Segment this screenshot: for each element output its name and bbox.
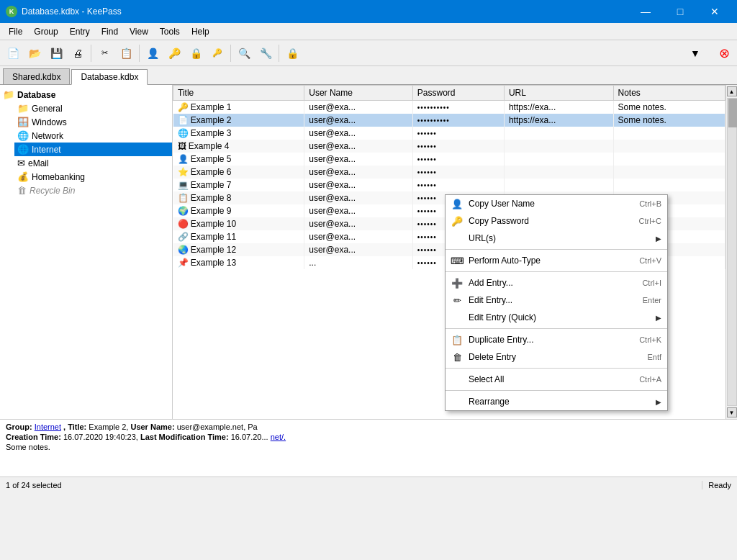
info-modification-value: 16.07.20... (231, 433, 268, 441)
col-url[interactable]: URL (504, 86, 613, 101)
menu-tools[interactable]: Tools (154, 24, 186, 40)
sidebar: 📁 Database 📁 General 🪟 Windows 🌐 Network… (0, 85, 173, 419)
context-menu-item[interactable]: ✏ Edit Entry... Enter (446, 292, 667, 309)
info-group-value[interactable]: Internet (35, 423, 61, 431)
sidebar-recycle-label: Recycle Bin (30, 186, 75, 196)
entry-title: 👤 Example 5 (173, 153, 304, 166)
status-ready: Ready (702, 481, 731, 489)
entry-title: 🔴 Example 10 (173, 217, 304, 230)
ctx-item-icon: ⌨ (451, 255, 463, 266)
entry-username: user@exa... (304, 217, 413, 230)
table-row[interactable]: 🌐 Example 3 user@exa... •••••• (173, 127, 725, 140)
sidebar-item-recycle[interactable]: 🗑 Recycle Bin (14, 184, 172, 197)
tb-dropdown[interactable]: ▼ (685, 43, 705, 63)
entry-title: 📌 Example 13 (173, 256, 304, 269)
scroll-down[interactable]: ▼ (727, 407, 737, 417)
info-group-label: Group: (6, 423, 35, 431)
table-row[interactable]: 👤 Example 5 user@exa... •••••• (173, 153, 725, 166)
ctx-item-label: Copy User Name (469, 199, 633, 209)
tb-lock2[interactable]: 🔒 (282, 43, 302, 63)
scroll-up[interactable]: ▲ (727, 86, 737, 96)
context-menu-item[interactable]: 👤 Copy User Name Ctrl+B (446, 195, 667, 212)
tb-key2[interactable]: 🔑 (207, 43, 227, 63)
sidebar-root[interactable]: 📁 Database (0, 88, 172, 101)
close-button[interactable]: ✕ (698, 0, 731, 23)
context-menu-item[interactable]: 🔑 Copy Password Ctrl+C (446, 212, 667, 230)
sidebar-item-internet[interactable]: 🌐 Internet (14, 143, 172, 156)
info-title-value: Example 2, (89, 423, 130, 431)
sidebar-item-homebanking[interactable]: 💰 Homebanking (14, 170, 172, 184)
col-username[interactable]: User Name (304, 86, 413, 101)
table-row[interactable]: 🖼 Example 4 user@exa... •••••• (173, 140, 725, 153)
menu-view[interactable]: View (124, 24, 154, 40)
entry-title: 🔑 Example 1 (173, 101, 304, 114)
sidebar-email-label: eMail (28, 158, 49, 168)
table-row[interactable]: 💻 Example 7 user@exa... •••••• (173, 179, 725, 191)
table-row[interactable]: 🔑 Example 1 user@exa... •••••••••• https… (173, 101, 725, 114)
context-menu-item[interactable]: 🗑 Delete Entry Entf (446, 348, 667, 366)
tab-database[interactable]: Database.kdbx (71, 69, 148, 85)
ctx-item-arrow: ▶ (656, 235, 661, 243)
ctx-item-icon (451, 374, 463, 385)
entry-url (504, 140, 613, 153)
sidebar-item-email[interactable]: ✉ eMail (14, 156, 172, 170)
ctx-item-arrow: ▶ (656, 314, 661, 322)
context-menu-item[interactable]: URL(s) ▶ (446, 230, 667, 247)
tb-stop[interactable]: ⊗ (714, 43, 734, 63)
entry-username: user@exa... (304, 127, 413, 140)
window-controls: — □ ✕ (629, 0, 731, 23)
tb-copy[interactable]: 📋 (116, 43, 136, 63)
sidebar-item-general[interactable]: 📁 General (14, 101, 172, 115)
info-creation-value: 16.07.2020 19:40:23, (63, 433, 140, 441)
ctx-item-shortcut: Ctrl+V (639, 256, 661, 265)
info-modification-label: Last Modification Time: (140, 433, 231, 441)
minimize-button[interactable]: — (629, 0, 662, 23)
col-title[interactable]: Title (173, 86, 304, 101)
entry-url (504, 166, 613, 179)
sidebar-homebanking-label: Homebanking (32, 172, 85, 182)
scrollbar[interactable]: ▲ ▼ (725, 85, 737, 419)
context-menu-item[interactable]: Rearrange ▶ (446, 393, 667, 410)
context-menu-item[interactable]: Select All Ctrl+A (446, 371, 667, 388)
context-menu-separator (446, 328, 667, 329)
status-selected: 1 of 24 selected (6, 481, 702, 489)
tb-lock[interactable]: 🔒 (186, 43, 206, 63)
context-menu-item[interactable]: ⌨ Perform Auto-Type Ctrl+V (446, 252, 667, 269)
table-row[interactable]: ⭐ Example 6 user@exa... •••••• (173, 166, 725, 179)
tb-user[interactable]: 👤 (143, 43, 163, 63)
context-menu-item[interactable]: Edit Entry (Quick) ▶ (446, 309, 667, 326)
col-notes[interactable]: Notes (613, 86, 725, 101)
table-row[interactable]: 📄 Example 2 user@exa... •••••••••• https… (173, 114, 725, 127)
entry-title: 🌍 Example 9 (173, 204, 304, 217)
tab-shared[interactable]: Shared.kdbx (3, 68, 70, 84)
menu-find[interactable]: Find (96, 24, 124, 40)
menu-entry[interactable]: Entry (64, 24, 96, 40)
entry-notes (613, 166, 725, 179)
tb-save[interactable]: 💾 (46, 43, 66, 63)
tb-key[interactable]: 🔑 (164, 43, 184, 63)
context-menu-item[interactable]: ➕ Add Entry... Ctrl+I (446, 274, 667, 292)
sidebar-item-network[interactable]: 🌐 Network (14, 129, 172, 143)
info-creation-label: Creation Time: (6, 433, 63, 441)
menu-group[interactable]: Group (28, 24, 63, 40)
tb-print[interactable]: 🖨 (68, 43, 88, 63)
entry-title: 📋 Example 8 (173, 191, 304, 204)
ctx-item-label: Edit Entry... (469, 295, 637, 305)
col-password[interactable]: Password (412, 86, 504, 101)
tb-search[interactable]: 🔍 (234, 43, 254, 63)
tb-cut[interactable]: ✂ (94, 43, 114, 63)
maximize-button[interactable]: □ (664, 0, 697, 23)
sidebar-children: 📁 General 🪟 Windows 🌐 Network 🌐 Internet… (0, 101, 172, 197)
tb-open[interactable]: 📂 (24, 43, 45, 63)
ctx-item-icon: 📋 (451, 334, 463, 346)
entry-notes: Some notes. (613, 101, 725, 114)
menu-help[interactable]: Help (186, 24, 215, 40)
sidebar-item-windows[interactable]: 🪟 Windows (14, 115, 172, 129)
menu-file[interactable]: File (3, 24, 28, 40)
tb-settings[interactable]: 🔧 (256, 43, 276, 63)
info-url-value[interactable]: net/. (271, 433, 286, 441)
context-menu-item[interactable]: 📋 Duplicate Entry... Ctrl+K (446, 331, 667, 348)
entry-password: •••••••••• (412, 101, 504, 114)
tb-new[interactable]: 📄 (3, 43, 23, 63)
entry-username: ... (304, 256, 413, 269)
